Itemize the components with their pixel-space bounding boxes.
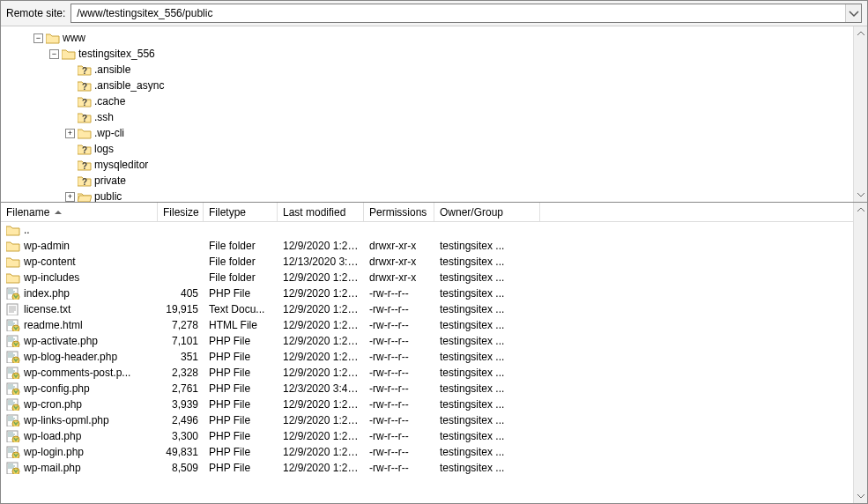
- tree-node[interactable]: mysqleditor: [4, 157, 853, 173]
- column-label: Filesize: [163, 206, 199, 219]
- file-type: File folder: [204, 240, 278, 252]
- tree-node[interactable]: .ansible_async: [4, 78, 853, 93]
- file-modified: 12/9/2020 1:22:...: [278, 430, 364, 442]
- file-type: PHP File: [204, 462, 278, 474]
- tree-vertical-scrollbar[interactable]: [853, 26, 867, 202]
- remote-path-dropdown-button[interactable]: [845, 4, 861, 22]
- file-type: PHP File: [204, 414, 278, 426]
- file-size: 7,278: [158, 319, 204, 331]
- scroll-up-icon[interactable]: [854, 26, 867, 41]
- tree-node[interactable]: .ansible: [4, 62, 853, 78]
- file-modified: 12/13/2020 3:4...: [278, 256, 364, 268]
- file-modified: 12/3/2020 3:43:...: [278, 382, 364, 395]
- file-row[interactable]: license.txt19,915Text Docu...12/9/2020 1…: [1, 301, 853, 317]
- folder-icon: [6, 224, 20, 236]
- file-row[interactable]: wp-cron.php3,939PHP File12/9/2020 1:22:.…: [1, 397, 853, 412]
- file-permissions: drwxr-xr-x: [364, 271, 434, 284]
- file-type: PHP File: [204, 446, 278, 458]
- tree-node-label: .ansible: [94, 63, 130, 76]
- file-type: HTML File: [204, 319, 278, 331]
- file-permissions: -rw-r--r--: [364, 462, 434, 474]
- file-size: 19,915: [158, 303, 204, 315]
- tree-node-public[interactable]: + public: [4, 189, 853, 202]
- file-row[interactable]: readme.html7,278HTML File12/9/2020 1:22:…: [1, 317, 853, 333]
- column-label: Owner/Group: [440, 206, 503, 219]
- file-owner: testingsitex ...: [434, 367, 540, 379]
- column-header-filename[interactable]: Filename: [1, 203, 158, 221]
- folder-open-icon: [78, 190, 92, 202]
- file-owner: testingsitex ...: [434, 271, 540, 284]
- remote-directory-tree[interactable]: − www − testingsitex_556 .ansible.ansibl…: [1, 26, 853, 202]
- column-header-filesize[interactable]: Filesize: [158, 203, 204, 221]
- expander-icon[interactable]: +: [65, 192, 75, 202]
- file-name: wp-content: [24, 256, 76, 268]
- tree-node[interactable]: private: [4, 173, 853, 189]
- folder-unknown-icon: [78, 111, 92, 123]
- tree-node[interactable]: logs: [4, 141, 853, 157]
- file-permissions: -rw-r--r--: [364, 430, 434, 442]
- remote-path-input[interactable]: [71, 4, 845, 22]
- file-row[interactable]: index.php405PHP File12/9/2020 1:22:...-r…: [1, 285, 853, 301]
- text-file-icon: [6, 303, 20, 315]
- scroll-down-icon[interactable]: [854, 489, 867, 503]
- list-vertical-scrollbar[interactable]: [853, 203, 867, 503]
- scroll-up-icon[interactable]: [854, 203, 867, 217]
- expander-icon[interactable]: +: [65, 129, 75, 138]
- column-header-permissions[interactable]: Permissions: [364, 203, 434, 221]
- file-row[interactable]: wp-config.php2,761PHP File12/3/2020 3:43…: [1, 381, 853, 397]
- file-size: 7,101: [158, 335, 204, 347]
- file-list-rows[interactable]: .. wp-adminFile folder12/9/2020 1:22:...…: [1, 222, 853, 503]
- tree-node-wpcli[interactable]: + .wp-cli: [4, 125, 853, 141]
- column-header-filetype[interactable]: Filetype: [204, 203, 278, 221]
- file-permissions: -rw-r--r--: [364, 367, 434, 379]
- file-permissions: -rw-r--r--: [364, 319, 434, 331]
- file-name: wp-admin: [24, 240, 70, 252]
- file-row[interactable]: wp-activate.php7,101PHP File12/9/2020 1:…: [1, 333, 853, 349]
- scroll-down-icon[interactable]: [854, 188, 867, 202]
- expander-icon[interactable]: −: [33, 33, 43, 43]
- file-size: 2,761: [158, 382, 204, 395]
- remote-file-list-pane: Filename Filesize Filetype Last modified…: [1, 203, 867, 503]
- file-row[interactable]: wp-login.php49,831PHP File12/9/2020 1:22…: [1, 444, 853, 460]
- tree-node-site[interactable]: − testingsitex_556: [4, 46, 853, 62]
- file-owner: testingsitex ...: [434, 287, 540, 300]
- file-name: wp-activate.php: [24, 335, 98, 347]
- tree-node-label: logs: [94, 143, 114, 155]
- file-modified: 12/9/2020 1:22:...: [278, 446, 364, 458]
- file-row[interactable]: wp-mail.php8,509PHP File12/9/2020 1:22:.…: [1, 460, 853, 476]
- file-name: license.txt: [24, 303, 70, 315]
- tree-node[interactable]: .cache: [4, 93, 853, 109]
- tree-node-label: testingsitex_556: [78, 48, 155, 60]
- file-row[interactable]: wp-links-opml.php2,496PHP File12/9/2020 …: [1, 412, 853, 428]
- file-row[interactable]: wp-contentFile folder12/13/2020 3:4...dr…: [1, 254, 853, 270]
- column-label: Last modified: [283, 206, 345, 219]
- file-row[interactable]: wp-includesFile folder12/9/2020 1:23:...…: [1, 270, 853, 285]
- file-name: index.php: [24, 287, 70, 300]
- folder-icon: [6, 240, 20, 252]
- tree-node-label: .wp-cli: [94, 127, 124, 139]
- file-permissions: drwxr-xr-x: [364, 240, 434, 252]
- folder-unknown-icon: [78, 95, 92, 107]
- file-owner: testingsitex ...: [434, 319, 540, 331]
- remote-path-input-wrap[interactable]: [70, 4, 862, 23]
- remote-tree-pane: − www − testingsitex_556 .ansible.ansibl…: [1, 26, 867, 203]
- folder-icon: [6, 271, 20, 284]
- column-header-owner[interactable]: Owner/Group: [434, 203, 540, 221]
- file-permissions: -rw-r--r--: [364, 398, 434, 411]
- tree-node-www[interactable]: − www: [4, 30, 853, 46]
- file-row[interactable]: wp-comments-post.p...2,328PHP File12/9/2…: [1, 365, 853, 381]
- folder-icon: [62, 48, 76, 60]
- folder-unknown-icon: [78, 143, 92, 155]
- file-row[interactable]: wp-load.php3,300PHP File12/9/2020 1:22:.…: [1, 428, 853, 444]
- folder-unknown-icon: [78, 159, 92, 171]
- tree-node[interactable]: .ssh: [4, 109, 853, 125]
- file-permissions: -rw-r--r--: [364, 446, 434, 458]
- parent-directory-row[interactable]: ..: [1, 222, 853, 238]
- file-type: PHP File: [204, 430, 278, 442]
- file-row[interactable]: wp-adminFile folder12/9/2020 1:22:...drw…: [1, 238, 853, 254]
- file-permissions: -rw-r--r--: [364, 414, 434, 426]
- file-permissions: -rw-r--r--: [364, 287, 434, 300]
- expander-icon[interactable]: −: [49, 49, 59, 59]
- file-row[interactable]: wp-blog-header.php351PHP File12/9/2020 1…: [1, 349, 853, 365]
- column-header-modified[interactable]: Last modified: [278, 203, 364, 221]
